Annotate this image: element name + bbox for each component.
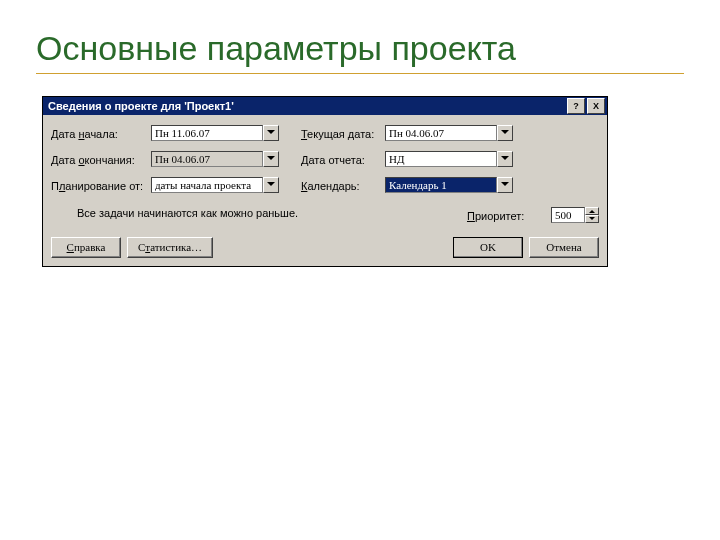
current-date-value: Пн 04.06.07 bbox=[385, 125, 497, 141]
spin-up-icon[interactable] bbox=[585, 207, 599, 215]
ok-button[interactable]: OK bbox=[453, 237, 523, 258]
priority-label: Приоритет: bbox=[467, 210, 551, 222]
dropdown-icon[interactable] bbox=[497, 177, 513, 193]
calendar-value: Календарь 1 bbox=[385, 177, 497, 193]
planning-value: даты начала проекта bbox=[151, 177, 263, 193]
end-date-value: Пн 04.06.07 bbox=[151, 151, 263, 167]
current-date-combo[interactable]: Пн 04.06.07 bbox=[385, 125, 513, 143]
dropdown-icon[interactable] bbox=[497, 151, 513, 167]
start-date-value: Пн 11.06.07 bbox=[151, 125, 263, 141]
end-date-combo[interactable]: Пн 04.06.07 bbox=[151, 151, 279, 169]
titlebar: Сведения о проекте для 'Проект1' ? X bbox=[43, 97, 607, 115]
dropdown-icon[interactable] bbox=[263, 151, 279, 167]
dropdown-icon[interactable] bbox=[263, 125, 279, 141]
statistics-button[interactable]: Статистика… bbox=[127, 237, 213, 258]
planning-label: Планирование от: bbox=[51, 180, 151, 192]
dropdown-icon[interactable] bbox=[263, 177, 279, 193]
help-titlebar-button[interactable]: ? bbox=[567, 98, 585, 114]
project-info-dialog: Сведения о проекте для 'Проект1' ? X Дат… bbox=[42, 96, 608, 267]
priority-spinner[interactable] bbox=[551, 207, 599, 225]
calendar-label: Календарь: bbox=[301, 180, 385, 192]
priority-input[interactable] bbox=[551, 207, 585, 223]
start-date-combo[interactable]: Пн 11.06.07 bbox=[151, 125, 279, 143]
planning-combo[interactable]: даты начала проекта bbox=[151, 177, 279, 195]
report-date-label: Дата отчета: bbox=[301, 154, 385, 166]
dropdown-icon[interactable] bbox=[497, 125, 513, 141]
planning-note: Все задачи начинаются как можно раньше. bbox=[77, 207, 467, 219]
end-date-label: Дата окончания: bbox=[51, 154, 151, 166]
cancel-button[interactable]: Отмена bbox=[529, 237, 599, 258]
close-button[interactable]: X bbox=[587, 98, 605, 114]
current-date-label: Текущая дата: bbox=[301, 128, 385, 140]
start-date-label: Дата начала: bbox=[51, 128, 151, 140]
slide-title: Основные параметры проекта bbox=[36, 28, 684, 74]
titlebar-text: Сведения о проекте для 'Проект1' bbox=[45, 100, 565, 112]
calendar-combo[interactable]: Календарь 1 bbox=[385, 177, 513, 195]
report-date-value: НД bbox=[385, 151, 497, 167]
spin-down-icon[interactable] bbox=[585, 215, 599, 223]
report-date-combo[interactable]: НД bbox=[385, 151, 513, 169]
help-button[interactable]: Справка bbox=[51, 237, 121, 258]
